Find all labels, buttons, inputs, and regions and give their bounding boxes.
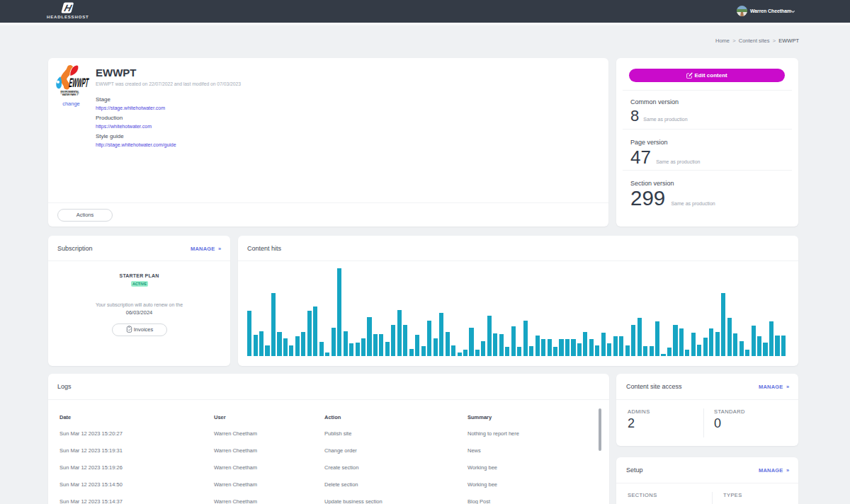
svg-text:" WATER PARK T": " WATER PARK T" [60,93,79,96]
svg-text:EWWPT: EWWPT [68,76,90,91]
